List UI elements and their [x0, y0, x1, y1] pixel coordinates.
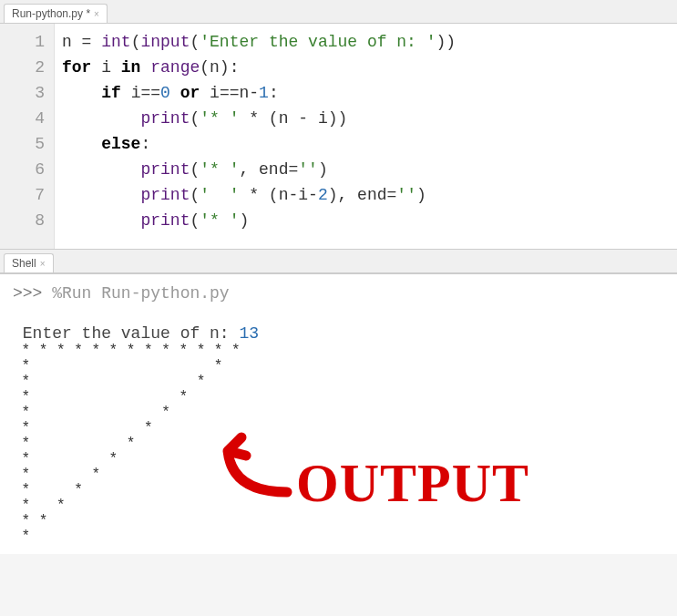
editor-tab-bar: Run-python.py * ×	[0, 0, 677, 24]
line-number: 2	[0, 55, 45, 80]
code-line: print('* ', end='')	[62, 157, 670, 182]
shell-tab-label: Shell	[12, 257, 36, 270]
code-line: print('* ')	[62, 208, 670, 233]
shell-tab-bar: Shell ×	[0, 250, 677, 273]
code-line: print(' ' * (n-i-2), end='')	[62, 182, 670, 208]
editor-pane: 1 2 3 4 5 6 7 8 n = int(input('Enter the…	[0, 24, 677, 250]
input-value: 13	[239, 324, 259, 343]
code-editor[interactable]: n = int(input('Enter the value of n: '))…	[55, 24, 677, 249]
line-number: 8	[0, 208, 45, 233]
editor-tab-label: Run-python.py *	[12, 7, 90, 20]
line-number: 5	[0, 131, 45, 157]
input-prompt-text: Enter the value of n:	[13, 324, 239, 343]
close-icon[interactable]: ×	[40, 259, 46, 269]
shell-tab[interactable]: Shell ×	[4, 253, 54, 272]
line-number: 1	[0, 29, 45, 55]
output-line: * *	[13, 421, 664, 436]
close-icon[interactable]: ×	[94, 9, 99, 19]
line-gutter: 1 2 3 4 5 6 7 8	[0, 24, 55, 249]
code-line: if i==0 or i==n-1:	[62, 80, 670, 106]
output-line: *	[13, 529, 664, 545]
line-number: 7	[0, 182, 45, 208]
shell-command: %Run Run-python.py	[52, 284, 229, 303]
program-output: * * * * * * * * * * * * * * * * * * * * …	[13, 344, 664, 545]
output-line: * *	[13, 483, 664, 498]
shell-prompt: >>>	[13, 284, 52, 303]
editor-tab[interactable]: Run-python.py * ×	[4, 4, 108, 23]
output-line: * *	[13, 390, 664, 406]
line-number: 4	[0, 106, 45, 131]
output-line: * *	[13, 498, 664, 514]
code-line: for i in range(n):	[62, 55, 670, 80]
output-line: * *	[13, 406, 664, 421]
output-line: * * * * * * * * * * * * *	[13, 344, 664, 359]
code-line: print('* ' * (n - i))	[62, 106, 670, 131]
shell-pane: >>> %Run Run-python.py Enter the value o…	[0, 273, 677, 554]
output-line: * *	[13, 467, 664, 483]
output-line: * *	[13, 514, 664, 529]
shell-output[interactable]: >>> %Run Run-python.py Enter the value o…	[0, 274, 677, 554]
output-line: * *	[13, 375, 664, 390]
code-line: n = int(input('Enter the value of n: '))	[62, 29, 670, 55]
code-line: else:	[62, 131, 670, 157]
line-number: 6	[0, 157, 45, 182]
output-line: * *	[13, 359, 664, 375]
output-line: * *	[13, 436, 664, 452]
output-line: * *	[13, 452, 664, 467]
line-number: 3	[0, 80, 45, 106]
